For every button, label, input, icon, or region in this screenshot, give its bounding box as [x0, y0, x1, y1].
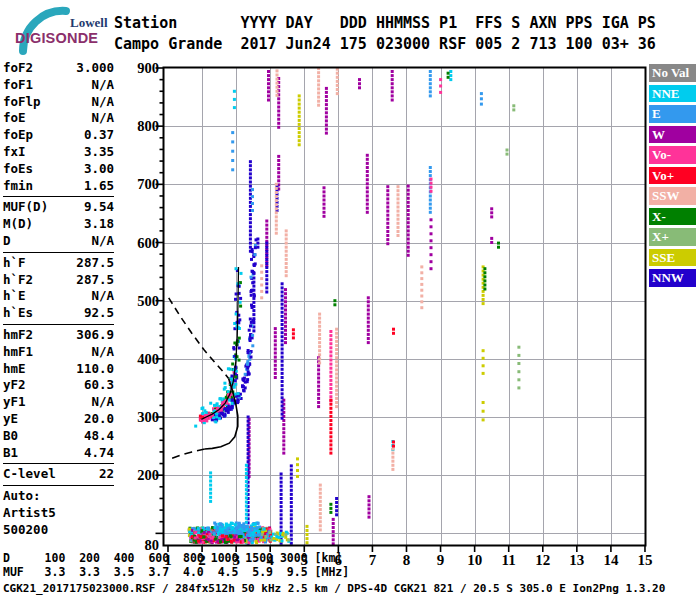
x-axis-tick-label: 8 — [403, 552, 411, 568]
y-axis-tick-label: 300 — [137, 409, 159, 425]
profile-valley-dashed — [169, 449, 205, 460]
legend-item-SSW: SSW — [649, 187, 696, 205]
y-axis-tick-label: 200 — [137, 467, 159, 483]
y-axis-tick-label: 600 — [137, 235, 159, 251]
plot-axes: 9008007006005004003002008012345678910111… — [137, 60, 652, 568]
legend-item-Vo-: Vo- — [649, 146, 696, 164]
plot-grid — [164, 68, 646, 546]
footer-line: CGK21_2017175023000.RSF / 284fx512h 50 k… — [3, 582, 665, 595]
legend-item-Vo+: Vo+ — [649, 167, 696, 185]
plot-es-noise-band — [188, 522, 291, 545]
direction-legend: No ValNNEEWVo-Vo+SSWX-X+SSENNW — [649, 64, 696, 290]
legend-item-W: W — [649, 126, 696, 144]
legend-item-X-: X- — [649, 208, 696, 226]
x-axis-tick-label: 9 — [437, 552, 445, 568]
x-axis-tick-label: 7 — [369, 552, 377, 568]
muf-table: D 100 200 400 600 800 1000 1500 3000 [km… — [3, 552, 349, 579]
plot-spread-echo-columns — [209, 67, 520, 545]
x-axis-tick-label: 14 — [603, 552, 619, 568]
footer-text: CGK21_2017175023000.RSF / 284fx512h 50 k… — [3, 582, 665, 595]
plot-profile-curves — [169, 267, 239, 460]
y-axis-tick-label: 500 — [137, 293, 159, 309]
legend-item-SSE: SSE — [649, 249, 696, 267]
ionogram-plot: 9008007006005004003002008012345678910111… — [0, 0, 700, 600]
digisonde-ionogram-app: Lowell DIGISONDE Station YYYY DAY DDD HH… — [0, 0, 700, 600]
muf-table-d-row: D 100 200 400 600 800 1000 1500 3000 [km… — [3, 552, 349, 566]
x-axis-tick-label: 10 — [467, 552, 482, 568]
y-axis-tick-label: 400 — [137, 351, 159, 367]
plot-echo-traces — [194, 238, 257, 427]
muf-table-muf-row: MUF 3.3 3.3 3.5 3.7 4.0 4.5 5.9 9.5 [MHz… — [3, 566, 349, 580]
legend-item-X+: X+ — [649, 228, 696, 246]
x-axis-tick-label: 12 — [535, 552, 550, 568]
legend-item-NNW: NNW — [649, 269, 696, 287]
x-axis-tick-label: 15 — [637, 552, 652, 568]
profile-topside-dashed — [169, 298, 229, 379]
legend-item-E: E — [649, 105, 696, 123]
legend-item-NNE: NNE — [649, 85, 696, 103]
y-axis-tick-label: 900 — [137, 60, 159, 76]
legend-item-NoVal: No Val — [649, 64, 696, 82]
y-axis-tick-label: 800 — [137, 118, 159, 134]
x-axis-tick-label: 13 — [569, 552, 584, 568]
y-axis-tick-label: 700 — [137, 176, 159, 192]
x-axis-tick-label: 11 — [502, 552, 516, 568]
